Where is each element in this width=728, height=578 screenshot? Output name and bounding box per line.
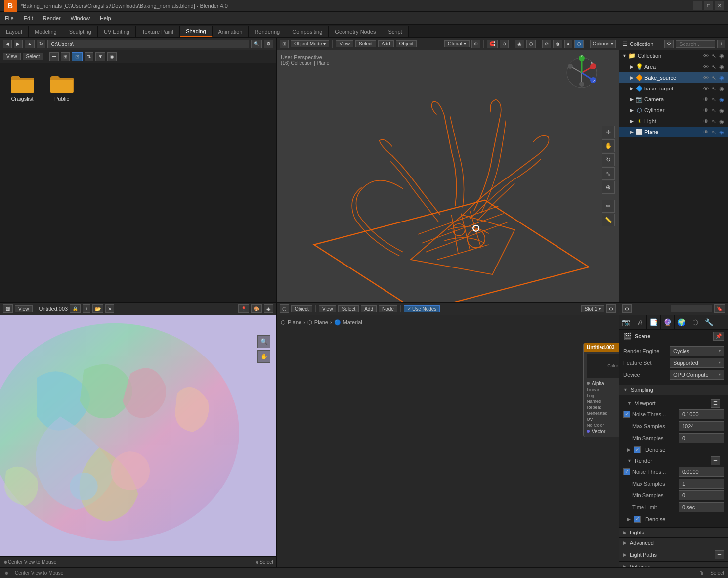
folder-public[interactable]: Public bbox=[49, 73, 74, 292]
outliner-item-camera[interactable]: ▶ 📷 Camera 👁 ↖ ◉ bbox=[619, 94, 728, 105]
noise-threshold-viewport-value[interactable]: 0.1000 bbox=[679, 409, 724, 419]
hide-btn[interactable]: ◉ bbox=[107, 52, 117, 61]
bake-vis-cursor[interactable]: ↖ bbox=[710, 74, 717, 81]
back-button[interactable]: ◀ bbox=[3, 40, 12, 48]
tab-animation[interactable]: Animation bbox=[213, 26, 249, 37]
outliner-item-bake-target[interactable]: ▶ 🔷 bake_target 👁 ↖ ◉ bbox=[619, 83, 728, 94]
icon-view-btn[interactable]: ⊡ bbox=[72, 52, 83, 61]
vis-render[interactable]: ◉ bbox=[718, 52, 725, 59]
plane-vis-render[interactable]: ◉ bbox=[718, 129, 725, 135]
area-vis-eye[interactable]: 👁 bbox=[702, 63, 709, 70]
viewport-shading-4[interactable]: ⬡ bbox=[574, 40, 584, 48]
img-protect-btn[interactable]: 🔒 bbox=[70, 304, 81, 313]
light-vis-cursor[interactable]: ↖ bbox=[710, 118, 717, 125]
image-content[interactable]: 🔍 ✋ bbox=[0, 315, 276, 557]
folder-craigslist[interactable]: Craigslist bbox=[10, 73, 35, 292]
viewport-menu-btn[interactable]: ☰ bbox=[711, 399, 720, 408]
img-overlay-btn[interactable]: ◉ bbox=[264, 304, 273, 313]
menu-help[interactable]: Help bbox=[95, 12, 116, 24]
noise-threshold-render-checkbox[interactable]: ✓ bbox=[623, 468, 630, 475]
tab-uv-editing[interactable]: UV Editing bbox=[98, 26, 136, 37]
plane-vis-cursor[interactable]: ↖ bbox=[710, 129, 717, 135]
props-tab-render[interactable]: 📷 bbox=[619, 315, 633, 329]
use-nodes-toggle[interactable]: ✓ Use Nodes bbox=[404, 305, 440, 312]
img-render-btn[interactable]: 🎨 bbox=[251, 304, 262, 313]
node-menu-node[interactable]: Node bbox=[379, 305, 397, 312]
object-menu-3d[interactable]: Object bbox=[396, 40, 417, 47]
object-mode-node[interactable]: Object bbox=[291, 305, 312, 312]
node-editor-type-btn[interactable]: ⬡ bbox=[280, 304, 289, 313]
pivot-btn[interactable]: ⊕ bbox=[471, 40, 480, 48]
vis-eye[interactable]: 👁 bbox=[702, 52, 709, 59]
scene-pin-btn[interactable]: 📌 bbox=[713, 332, 724, 341]
light-paths-menu-btn[interactable]: ☰ bbox=[715, 550, 724, 559]
snap-btn[interactable]: 🧲 bbox=[487, 40, 498, 48]
outliner-item-collection[interactable]: ▼ 📁 Collection 👁 ↖ ◉ bbox=[619, 50, 728, 61]
title-bar-controls[interactable]: — □ ✕ bbox=[693, 1, 724, 10]
measure-tool[interactable]: 📏 bbox=[602, 214, 615, 226]
time-limit-value[interactable]: 0 sec bbox=[679, 502, 724, 512]
camera-vis-eye[interactable]: 👁 bbox=[702, 96, 709, 103]
tab-geometry-nodes[interactable]: Geometry Nodes bbox=[329, 26, 382, 37]
props-tab-modifier[interactable]: 🔧 bbox=[702, 315, 716, 329]
proportional-btn[interactable]: ⊙ bbox=[500, 40, 509, 48]
noise-threshold-render-value[interactable]: 0.0100 bbox=[679, 467, 724, 477]
sampling-header[interactable]: ▼ Sampling bbox=[619, 385, 728, 395]
camera-vis-render[interactable]: ◉ bbox=[718, 96, 725, 103]
list-view-btn[interactable]: ☰ bbox=[49, 52, 59, 61]
editor-type-3d-btn[interactable]: ⊞ bbox=[280, 40, 289, 48]
img-open-btn[interactable]: 📂 bbox=[92, 304, 103, 313]
select-menu-node[interactable]: Select bbox=[338, 305, 359, 312]
outliner-item-bake-source[interactable]: ▶ 🔶 Bake_source 👁 ↖ ◉ bbox=[619, 72, 728, 83]
cylinder-vis-render[interactable]: ◉ bbox=[718, 107, 725, 114]
pan-tool-btn[interactable]: ✋ bbox=[257, 350, 270, 363]
view-menu-node[interactable]: View bbox=[319, 305, 337, 312]
select-menu-3d[interactable]: Select bbox=[355, 40, 376, 47]
area-vis-cursor[interactable]: ↖ bbox=[710, 63, 717, 70]
denoise-render-subsection[interactable]: ▶ ✓ Denoise bbox=[623, 514, 724, 524]
denoise-viewport-checkbox[interactable]: ✓ bbox=[634, 446, 641, 453]
camera-vis-cursor[interactable]: ↖ bbox=[710, 96, 717, 103]
sort-btn[interactable]: ⇅ bbox=[85, 52, 93, 61]
path-input[interactable] bbox=[47, 40, 249, 48]
grid-view-btn[interactable]: ⊞ bbox=[61, 52, 70, 61]
props-tab-output[interactable]: 🖨 bbox=[633, 315, 647, 329]
props-type-btn[interactable]: ⚙ bbox=[622, 304, 632, 313]
node-content[interactable]: ⬡ Plane › ⬡ Plane › 🔵 Material bbox=[277, 315, 619, 568]
annotate-tool[interactable]: ✏ bbox=[602, 200, 615, 213]
menu-window[interactable]: Window bbox=[66, 12, 95, 24]
slot-dropdown[interactable]: Slot 1 ▾ bbox=[581, 305, 604, 312]
viewport-content[interactable]: User Perspective (16) Collection | Plane… bbox=[277, 50, 619, 302]
viewport-shading-3[interactable]: ● bbox=[564, 40, 572, 48]
props-bookmark-btn[interactable]: 🔖 bbox=[714, 304, 725, 313]
object-mode-dropdown[interactable]: Object Mode ▾ bbox=[291, 40, 329, 47]
denoise-render-checkbox[interactable]: ✓ bbox=[634, 516, 641, 523]
tab-texture-paint[interactable]: Texture Paint bbox=[136, 26, 180, 37]
tab-rendering[interactable]: Rendering bbox=[249, 26, 286, 37]
tab-compositing[interactable]: Compositing bbox=[286, 26, 329, 37]
tab-layout[interactable]: Layout bbox=[0, 26, 29, 37]
add-menu-node[interactable]: Add bbox=[361, 305, 377, 312]
img-new-btn[interactable]: + bbox=[83, 304, 90, 313]
options-btn[interactable]: Options ▾ bbox=[590, 40, 616, 48]
outliner-add-btn[interactable]: + bbox=[717, 40, 725, 48]
maximize-button[interactable]: □ bbox=[704, 1, 713, 10]
refresh-button[interactable]: ↻ bbox=[37, 40, 45, 48]
render-engine-dropdown[interactable]: Cycles ▾ bbox=[670, 346, 724, 356]
menu-file[interactable]: File bbox=[0, 12, 19, 24]
scale-tool[interactable]: ⤡ bbox=[602, 167, 615, 180]
filter-button[interactable]: ⚙ bbox=[264, 40, 273, 48]
render-menu-btn[interactable]: ☰ bbox=[711, 456, 720, 465]
denoise-viewport-subsection[interactable]: ▶ ✓ Denoise bbox=[623, 445, 724, 455]
area-vis-render[interactable]: ◉ bbox=[718, 63, 725, 70]
light-paths-header[interactable]: ▶ Light Paths ☰ bbox=[619, 548, 728, 561]
render-subsection[interactable]: ▼ Render ☰ bbox=[623, 455, 724, 467]
outliner-search[interactable] bbox=[676, 40, 715, 48]
plane-vis-eye[interactable]: 👁 bbox=[702, 129, 709, 135]
viewport-shading-2[interactable]: ◑ bbox=[553, 40, 562, 48]
nav-gizmo[interactable]: X Y Z bbox=[564, 55, 599, 90]
close-button[interactable]: ✕ bbox=[715, 1, 724, 10]
rotate-tool[interactable]: ↻ bbox=[602, 153, 615, 166]
max-samples-render-value[interactable]: 1 bbox=[679, 479, 724, 489]
node-image-texture[interactable]: Untitled.003 Color Alpha Linear Log Name… bbox=[583, 343, 619, 437]
